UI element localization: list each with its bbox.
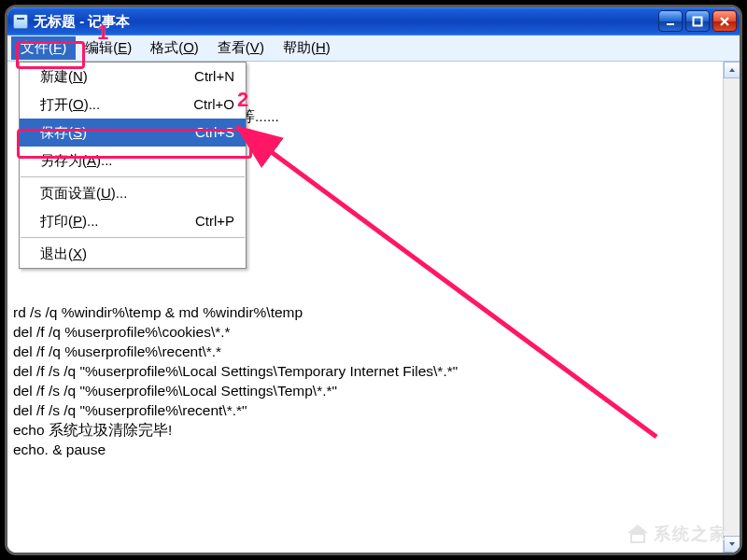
menu-view[interactable]: 查看(V) [208,36,274,60]
menu-help[interactable]: 帮助(H) [274,36,340,60]
close-button[interactable] [712,10,737,32]
menu-file[interactable]: 文件(F) [11,36,76,60]
notepad-icon [13,14,28,29]
menu-item-save[interactable]: 保存(S) Ctrl+S [20,119,246,147]
menu-item-new[interactable]: 新建(N) Ctrl+N [20,63,246,91]
menu-separator [21,176,245,177]
scroll-up-button[interactable] [724,62,740,78]
annotation-label-2: 2 [237,88,248,112]
watermark: 系统之家 [627,523,728,545]
window-frame: 无标题 - 记事本 文件(F) 编辑(E) 格式(O) 查看(V) 帮助(H) [5,5,742,555]
svg-rect-0 [667,23,674,25]
vertical-scrollbar[interactable] [723,62,740,553]
house-icon [627,525,648,543]
window-buttons [658,10,737,32]
menu-bar: 文件(F) 编辑(E) 格式(O) 查看(V) 帮助(H) [7,35,740,62]
annotation-label-1: 1 [97,21,108,45]
file-menu-dropdown: 新建(N) Ctrl+N 打开(O)... Ctrl+O 保存(S) Ctrl+… [19,62,247,269]
menu-item-exit[interactable]: 退出(X) [20,240,246,268]
menu-item-saveas[interactable]: 另存为(A)... [20,147,246,175]
menu-item-pagesetup[interactable]: 页面设置(U)... [20,179,246,207]
menu-format[interactable]: 格式(O) [141,36,208,60]
maximize-button[interactable] [685,10,710,32]
svg-rect-1 [694,17,702,25]
title-bar[interactable]: 无标题 - 记事本 [7,7,740,35]
minimize-button[interactable] [658,10,683,32]
menu-item-open[interactable]: 打开(O)... Ctrl+O [20,91,246,119]
window-title: 无标题 - 记事本 [34,13,130,31]
menu-separator [21,237,245,238]
menu-item-print[interactable]: 打印(P)... Ctrl+P [20,207,246,235]
watermark-text: 系统之家 [654,523,728,545]
